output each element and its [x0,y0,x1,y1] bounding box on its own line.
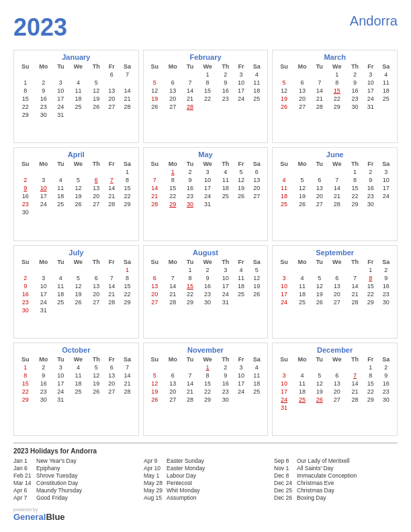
calendar-day: 13 [88,184,104,192]
calendar-day: 3 [378,168,394,176]
calendar-day: 16 [34,380,53,388]
calendar-day: 25 [53,298,68,306]
holidays-title: 2023 Holidays for Andorra [13,447,398,455]
calendar-day [275,266,292,274]
weekday-header: We [68,258,88,266]
calendar-day: 7 [183,79,198,87]
month-name: August [146,249,265,257]
calendar-day: 24 [218,290,234,298]
page: 2023 Andorra JanuarySuMoTuWeThFrSa671234… [0,0,411,532]
powered-by-text: powered by [13,507,38,512]
calendar-day [234,298,248,306]
calendar-day [312,168,327,176]
calendar-day: 17 [275,290,292,298]
calendar-day: 6 [104,71,119,79]
calendar-day [53,168,68,176]
calendar-day [119,306,135,314]
calendar-day [34,266,53,274]
calendar-day: 2 [34,79,53,87]
list-item: Feb 21Shrove Tuesday [13,472,137,479]
calendar-day: 4 [293,371,312,380]
calendar-day: 15 [363,380,378,388]
calendar-day: 29 [347,200,363,208]
holiday-name: Immaculate Conception [297,472,357,479]
calendar-day: 19 [68,290,88,298]
weekday-header: Th [88,355,104,363]
calendar-day: 9 [17,184,34,192]
calendar-day: 14 [183,380,198,388]
calendar-day [68,111,88,119]
calendar-day: 20 [104,95,119,103]
calendar-day [119,111,135,119]
calendar-day: 17 [53,95,68,103]
calendar-day: 11 [234,274,248,282]
calendar-day: 19 [293,192,312,200]
calendar-day: 27 [163,103,183,111]
calendar-day: 2 [363,168,378,176]
month-block-september: SeptemberSuMoTuWeThFrSa12345678910111213… [272,245,398,339]
brand-name: GeneralBlue [13,512,65,522]
calendar-day: 19 [88,95,104,103]
calendar-day: 27 [88,200,104,208]
calendar-day: 17 [234,87,248,95]
month-name: July [17,249,136,257]
calendar-day: 30 [197,298,217,306]
weekday-header: Tu [312,258,327,266]
calendar-day: 6 [88,274,104,282]
weekday-header: Sa [378,160,394,168]
calendar-day: 8 [197,79,217,87]
calendar-day [104,168,119,176]
calendar-day: 18 [293,290,312,298]
month-name: November [146,346,265,354]
holiday-column: Jan 1New Year's DayJan 6EpiphanyFeb 21Sh… [13,457,137,502]
weekday-header: Th [218,355,234,363]
calendar-day: 31 [218,298,234,306]
calendar-day: 25 [68,103,88,111]
calendar-day: 23 [34,103,53,111]
calendar-day: 19 [312,388,327,396]
holiday-name: Pentecost [167,480,192,486]
calendar-day: 27 [104,388,119,396]
calendar-day: 14 [183,87,198,95]
month-name: January [17,53,136,61]
holiday-name: Boxing Day [297,494,326,501]
holiday-name: Constitution Day [36,480,78,486]
calendar-day [104,208,119,216]
calendar-day: 13 [327,380,347,388]
calendar-day: 8 [197,371,217,380]
calendar-day: 12 [293,184,312,192]
calendar-table: SuMoTuWeThFrSa12345678910111213141516171… [146,160,265,208]
calendar-day: 3 [53,363,68,371]
calendar-day: 17 [363,87,378,95]
calendar-day: 13 [163,87,183,95]
calendar-day: 2 [218,71,234,79]
calendar-day: 3 [197,168,217,176]
weekday-header: Tu [312,160,327,168]
calendar-day: 18 [53,192,68,200]
calendar-day [234,200,248,208]
calendar-day: 12 [234,176,248,184]
calendar-day: 6 [146,274,163,282]
month-name: April [17,150,136,159]
calendar-day: 17 [53,380,68,388]
calendar-day [68,208,88,216]
calendar-day: 1 [17,79,34,87]
calendar-day: 22 [197,388,217,396]
calendar-day: 1 [163,168,183,176]
calendar-day: 21 [163,290,183,298]
calendar-day: 29 [119,298,135,306]
calendar-day: 25 [234,290,248,298]
calendar-day: 15 [119,184,135,192]
calendar-day: 31 [53,396,68,404]
calendar-day: 11 [248,371,265,380]
calendar-day: 22 [17,103,34,111]
calendar-day: 18 [218,184,234,192]
weekday-header: Tu [53,62,68,71]
calendar-day [347,404,363,412]
calendar-day: 9 [347,79,363,87]
month-block-november: NovemberSuMoTuWeThFrSa123456789101112131… [143,343,269,436]
weekday-header: Su [17,62,34,71]
calendar-day: 25 [293,298,312,306]
calendar-day: 21 [347,290,363,298]
calendar-day: 21 [327,192,347,200]
